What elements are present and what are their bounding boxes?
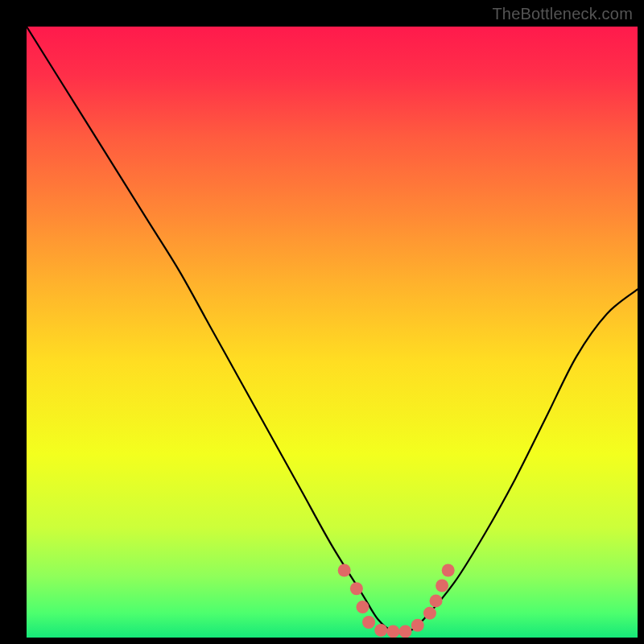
optimal-marker-dot [423, 607, 436, 620]
optimal-marker-dot [356, 601, 369, 613]
optimal-marker-dot [374, 624, 387, 637]
chart-stage: TheBottleneck.com [0, 0, 644, 644]
watermark-text: TheBottleneck.com [492, 5, 633, 23]
chart-svg [0, 0, 644, 644]
optimal-marker-dot [350, 582, 363, 595]
optimal-marker-dot [442, 564, 455, 577]
optimal-marker-dot [430, 594, 443, 607]
optimal-marker-dot [338, 564, 351, 577]
optimal-marker-dot [386, 625, 399, 638]
optimal-marker-dot [436, 579, 448, 592]
optimal-marker-dot [362, 616, 375, 629]
optimal-marker-dot [399, 625, 412, 638]
optimal-marker-dot [411, 619, 424, 632]
